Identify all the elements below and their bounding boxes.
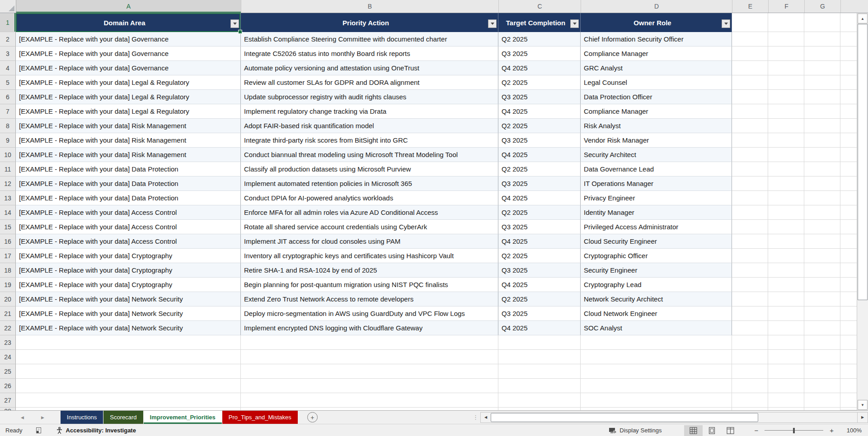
- row-header-28[interactable]: 28: [0, 408, 16, 410]
- row-header-17[interactable]: 17: [0, 249, 16, 263]
- tab-scrollbar-splitter[interactable]: ⋮: [470, 414, 480, 421]
- cell-E22[interactable]: [732, 321, 768, 335]
- cell-B14[interactable]: Enforce MFA for all admin roles via Azur…: [241, 205, 498, 220]
- cell-C18[interactable]: Q3 2025: [498, 263, 581, 278]
- cell-A14[interactable]: [EXAMPLE - Replace with your data] Acces…: [16, 205, 241, 220]
- cell-E10[interactable]: [732, 148, 768, 162]
- scroll-down-button[interactable]: ▼: [858, 400, 868, 410]
- cell-B24[interactable]: [241, 350, 498, 364]
- cell-B19[interactable]: Begin planning for post-quantum migratio…: [241, 278, 498, 292]
- cell-C9[interactable]: Q3 2025: [498, 133, 581, 148]
- column-header-E[interactable]: E: [732, 0, 769, 13]
- cell-F16[interactable]: [768, 234, 804, 249]
- cell-D19[interactable]: Cryptography Lead: [581, 278, 732, 292]
- column-header-G[interactable]: G: [805, 0, 841, 13]
- cell-F27[interactable]: [768, 393, 804, 408]
- cell-G17[interactable]: [804, 249, 840, 263]
- cell-B25[interactable]: [241, 364, 498, 379]
- cell-C14[interactable]: Q2 2025: [498, 205, 581, 220]
- cell-C4[interactable]: Q4 2025: [498, 61, 581, 75]
- cell-D6[interactable]: Data Protection Officer: [581, 90, 732, 104]
- cell-A15[interactable]: [EXAMPLE - Replace with your data] Acces…: [16, 220, 241, 234]
- cell-G12[interactable]: [804, 176, 840, 191]
- cell-B22[interactable]: Implement encrypted DNS logging with Clo…: [241, 321, 498, 335]
- row-header-26[interactable]: 26: [0, 379, 16, 393]
- row-header-21[interactable]: 21: [0, 306, 16, 321]
- cell-A17[interactable]: [EXAMPLE - Replace with your data] Crypt…: [16, 249, 241, 263]
- row-header-14[interactable]: 14: [0, 205, 16, 220]
- cell-G5[interactable]: [804, 75, 840, 90]
- table-header-cell-D1[interactable]: Owner Role: [581, 13, 732, 32]
- row-header-12[interactable]: 12: [0, 176, 16, 191]
- row-header-25[interactable]: 25: [0, 364, 16, 379]
- row-header-10[interactable]: 10: [0, 148, 16, 162]
- row-header-27[interactable]: 27: [0, 393, 16, 408]
- cell-A4[interactable]: [EXAMPLE - Replace with your data] Gover…: [16, 61, 241, 75]
- cell-C3[interactable]: Q3 2025: [498, 46, 581, 61]
- row-header-22[interactable]: 22: [0, 321, 16, 335]
- cell-F7[interactable]: [768, 104, 804, 119]
- cell-F3[interactable]: [768, 46, 804, 61]
- cell-D15[interactable]: Privileged Access Administrator: [581, 220, 732, 234]
- cell-A12[interactable]: [EXAMPLE - Replace with your data] Data …: [16, 176, 241, 191]
- cell-E21[interactable]: [732, 306, 768, 321]
- cell-B15[interactable]: Rotate all shared service account creden…: [241, 220, 498, 234]
- cell-G13[interactable]: [804, 191, 840, 205]
- sheet-tab-pro-tips-and-mistakes[interactable]: Pro_Tips_and_Mistakes: [222, 411, 298, 424]
- column-header-C[interactable]: C: [499, 0, 581, 13]
- cell-C19[interactable]: Q4 2025: [498, 278, 581, 292]
- cell-D3[interactable]: Compliance Manager: [581, 46, 732, 61]
- cell-B6[interactable]: Update subprocessor registry with audit …: [241, 90, 498, 104]
- cell-D17[interactable]: Cryptographic Officer: [581, 249, 732, 263]
- cell-B23[interactable]: [241, 335, 498, 350]
- cell-B4[interactable]: Automate policy versioning and attestati…: [241, 61, 498, 75]
- cell-E13[interactable]: [732, 191, 768, 205]
- cell-A21[interactable]: [EXAMPLE - Replace with your data] Netwo…: [16, 306, 241, 321]
- cell-A20[interactable]: [EXAMPLE - Replace with your data] Netwo…: [16, 292, 241, 306]
- cell-G22[interactable]: [804, 321, 840, 335]
- cell-A16[interactable]: [EXAMPLE - Replace with your data] Acces…: [16, 234, 241, 249]
- row-header-7[interactable]: 7: [0, 104, 16, 119]
- cell-C5[interactable]: Q2 2025: [498, 75, 581, 90]
- cell-A19[interactable]: [EXAMPLE - Replace with your data] Crypt…: [16, 278, 241, 292]
- zoom-slider[interactable]: [765, 428, 823, 433]
- cell-G14[interactable]: [804, 205, 840, 220]
- row-header-20[interactable]: 20: [0, 292, 16, 306]
- page-break-preview-button[interactable]: [721, 425, 740, 436]
- cell-E28[interactable]: [732, 408, 768, 410]
- row-header-6[interactable]: 6: [0, 90, 16, 104]
- cell-D28[interactable]: [581, 408, 732, 410]
- cell-D13[interactable]: Privacy Engineer: [581, 191, 732, 205]
- row-header-3[interactable]: 3: [0, 46, 16, 61]
- cell-B7[interactable]: Implement regulatory change tracking via…: [241, 104, 498, 119]
- macro-record-icon[interactable]: [35, 427, 42, 434]
- cell-F23[interactable]: [768, 335, 804, 350]
- cell-B12[interactable]: Implement automated retention policies i…: [241, 176, 498, 191]
- cell-A7[interactable]: [EXAMPLE - Replace with your data] Legal…: [16, 104, 241, 119]
- cell-E27[interactable]: [732, 393, 768, 408]
- cell-C7[interactable]: Q4 2025: [498, 104, 581, 119]
- cell-E12[interactable]: [732, 176, 768, 191]
- cell-A3[interactable]: [EXAMPLE - Replace with your data] Gover…: [16, 46, 241, 61]
- cell-G4[interactable]: [804, 61, 840, 75]
- cell-A13[interactable]: [EXAMPLE - Replace with your data] Data …: [16, 191, 241, 205]
- cell-B3[interactable]: Integrate C52026 status into monthly Boa…: [241, 46, 498, 61]
- cell-F24[interactable]: [768, 350, 804, 364]
- page-layout-view-button[interactable]: [703, 425, 721, 436]
- cell-A5[interactable]: [EXAMPLE - Replace with your data] Legal…: [16, 75, 241, 90]
- cell-C6[interactable]: Q3 2025: [498, 90, 581, 104]
- cell-D20[interactable]: Network Security Architect: [581, 292, 732, 306]
- horizontal-scrollbar-thumb[interactable]: [491, 413, 758, 422]
- cell-F21[interactable]: [768, 306, 804, 321]
- scroll-up-button[interactable]: ▲: [858, 14, 868, 23]
- filter-dropdown-button[interactable]: [230, 19, 239, 28]
- cell-A27[interactable]: [16, 393, 241, 408]
- row-header-4[interactable]: 4: [0, 61, 16, 75]
- cell-C20[interactable]: Q2 2025: [498, 292, 581, 306]
- cell-E2[interactable]: [732, 32, 768, 46]
- cell-C22[interactable]: Q4 2025: [498, 321, 581, 335]
- cell-B27[interactable]: [241, 393, 498, 408]
- cell-G26[interactable]: [804, 379, 840, 393]
- cell-G7[interactable]: [804, 104, 840, 119]
- cell-D27[interactable]: [581, 393, 732, 408]
